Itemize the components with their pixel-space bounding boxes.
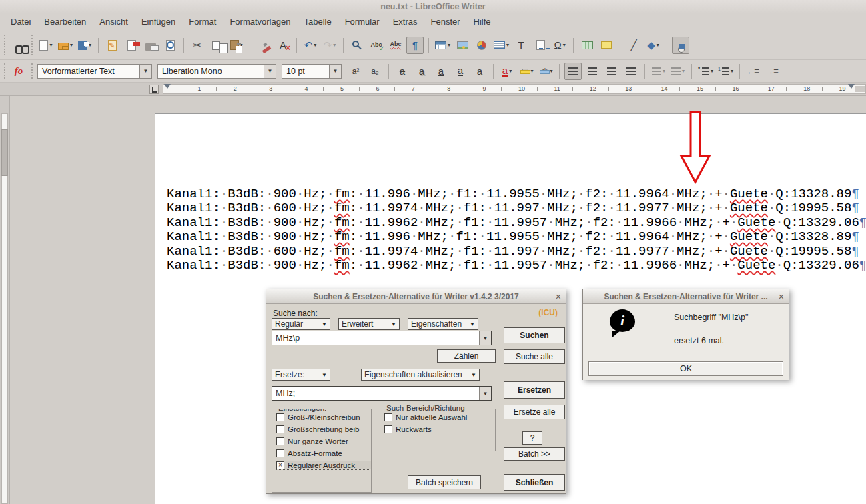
chevron-down-icon[interactable]: ▾ (333, 42, 336, 48)
close-button[interactable]: Schließen (504, 474, 565, 491)
numbered-list-icon[interactable]: ▾ (717, 63, 735, 80)
insert-text-icon[interactable]: T (512, 37, 530, 54)
chevron-down-icon[interactable]: ▼ (139, 65, 151, 78)
chevron-down-icon[interactable]: ▼ (479, 387, 491, 400)
chevron-down-icon[interactable]: ▾ (530, 68, 533, 74)
shadow-icon[interactable]: a (413, 63, 430, 80)
checkbox-gro-schreibung-beib[interactable]: Großschreibung beib (276, 425, 371, 433)
checkbox-nur-ganze-w-rter[interactable]: Nur ganze Wörter (276, 437, 371, 445)
checkbox-gro-kleinschreibun[interactable]: Groß-/Kleinschreibun (276, 413, 371, 421)
chevron-down-icon[interactable]: ▾ (731, 68, 733, 74)
insert-section-icon[interactable] (578, 37, 596, 54)
menu-tabelle[interactable]: Tabelle (297, 13, 338, 31)
special-character-icon[interactable]: Ω▾ (551, 37, 568, 54)
formatting-marks-icon[interactable]: ¶ (406, 37, 424, 54)
menu-ansicht[interactable]: Ansicht (93, 13, 135, 31)
print-icon[interactable] (142, 37, 159, 54)
increase-indent-icon[interactable]: ≡ (764, 63, 781, 80)
checkbox-nur-aktuelle-auswahl[interactable]: Nur aktuelle Auswahl (384, 413, 495, 421)
paste-icon[interactable]: ▾ (228, 37, 245, 54)
menu-formular[interactable]: Formular (338, 13, 386, 31)
paragraph-style-combo[interactable]: Vorformatierter Text ▼ (37, 64, 152, 79)
menu-format[interactable]: Format (182, 13, 223, 31)
count-button[interactable]: Zählen (437, 349, 496, 363)
extended-dropdown[interactable]: Erweitert ▼ (338, 318, 400, 330)
chevron-down-icon[interactable]: ▾ (711, 68, 713, 74)
update-properties-dropdown[interactable]: Eigenschaften aktualisieren ▼ (361, 369, 480, 381)
insert-table-icon[interactable]: ▾ (434, 37, 452, 54)
chevron-down-icon[interactable]: ▾ (663, 68, 665, 74)
spelling-icon[interactable]: Abc (368, 37, 385, 54)
strikethrough-icon[interactable]: a (394, 63, 411, 80)
menu-hilfe[interactable]: Hilfe (467, 13, 498, 31)
font-color-icon[interactable]: a▾ (498, 63, 516, 80)
superscript-icon[interactable]: a² (347, 63, 364, 80)
print-preview-icon[interactable] (161, 37, 179, 54)
overline-icon[interactable]: a (471, 63, 488, 80)
batch-save-button[interactable]: Batch speichern (408, 475, 481, 489)
replace-term-input[interactable]: MHz; ▼ (272, 386, 492, 401)
insert-textbox-icon[interactable]: ▾ (492, 37, 510, 54)
find-toolbar-binoculars-icon[interactable] (10, 37, 27, 54)
replace-dropdown[interactable]: Ersetze: ▼ (272, 369, 330, 381)
chevron-down-icon[interactable]: ▾ (49, 42, 52, 48)
chevron-down-icon[interactable]: ▾ (509, 68, 512, 74)
search-term-input[interactable]: MHz\p ▼ (272, 331, 492, 345)
checkbox-box[interactable]: × (276, 461, 284, 469)
insert-comment-icon[interactable] (598, 37, 615, 54)
basic-shapes-icon[interactable]: ◆▾ (644, 37, 662, 54)
close-icon[interactable]: × (779, 291, 784, 303)
open-icon[interactable]: ▾ (57, 37, 74, 54)
indent-marker-left[interactable] (164, 84, 171, 92)
align-center-icon[interactable] (584, 63, 601, 80)
document-text[interactable]: Kanal1:·B3dB:·900·Hz;·fm:·11.996·MHz;·f1… (155, 114, 866, 273)
save-icon[interactable]: ▾ (76, 37, 93, 54)
insert-line-icon[interactable]: ╱ (625, 37, 642, 54)
search-replace-dialog-titlebar[interactable]: Suchen & Ersetzen-Alternative für Writer… (266, 289, 566, 304)
underline-icon[interactable]: a (432, 63, 450, 80)
menu-formatvorlagen[interactable]: Formatvorlagen (223, 13, 297, 31)
checkbox-absatz-formate[interactable]: Absatz-Formate (276, 449, 371, 457)
chevron-down-icon[interactable]: ▾ (70, 42, 73, 48)
checkbox-box[interactable] (384, 413, 392, 421)
edit-mode-icon[interactable] (103, 37, 121, 54)
menu-einf-gen[interactable]: Einfügen (135, 13, 182, 31)
cut-icon[interactable]: ✂ (189, 37, 206, 54)
checkbox-regul-rer-ausdruck[interactable]: ×Regulärer Ausdruck (276, 461, 371, 469)
checkbox-r-ckw-rts[interactable]: Rückwärts (384, 425, 495, 433)
result-dialog-titlebar[interactable]: Suchen & Ersetzen-Alternative für Writer… (583, 289, 789, 304)
close-icon[interactable]: × (556, 291, 561, 303)
chevron-down-icon[interactable]: ▾ (657, 42, 659, 48)
replace-button[interactable]: Ersetzen (504, 381, 565, 399)
checkbox-box[interactable] (384, 425, 392, 433)
menu-fenster[interactable]: Fenster (424, 13, 467, 31)
chevron-down-icon[interactable]: ▾ (550, 68, 552, 74)
clone-formatting-icon[interactable] (255, 37, 272, 54)
search-alternative-macro-icon[interactable]: fo (10, 63, 27, 80)
checkbox-box[interactable] (276, 449, 284, 457)
insert-pagebreak-icon[interactable] (532, 37, 549, 54)
font-name-combo[interactable]: Liberation Mono ▼ (157, 64, 276, 79)
toolbar-handle[interactable] (4, 63, 7, 79)
properties-dropdown[interactable]: Eigenschaften ▼ (408, 318, 478, 330)
align-justify-icon[interactable] (622, 63, 640, 80)
align-right-icon[interactable] (603, 63, 620, 80)
font-size-combo[interactable]: 10 pt ▼ (282, 64, 342, 79)
tab-stop-selector[interactable] (149, 85, 159, 94)
regex-mode-dropdown[interactable]: Regulär ▼ (272, 318, 330, 330)
menu-datei[interactable]: Datei (4, 13, 37, 31)
menu-bearbeiten[interactable]: Bearbeiten (37, 13, 93, 31)
chevron-down-icon[interactable]: ▾ (563, 42, 566, 48)
replace-all-button[interactable]: Ersetze alle (504, 405, 565, 419)
menu-extras[interactable]: Extras (386, 13, 424, 31)
subscript-icon[interactable]: a₂ (366, 63, 384, 80)
toolbar-handle[interactable] (31, 35, 35, 55)
find-replace-icon[interactable] (348, 37, 366, 54)
help-button[interactable]: ? (522, 431, 542, 445)
toolbar-handle[interactable] (4, 35, 7, 55)
clear-formatting-icon[interactable]: A (274, 37, 292, 54)
character-background-icon[interactable]: ▾ (537, 63, 554, 80)
toolbar-handle[interactable] (31, 63, 35, 79)
search-all-button[interactable]: Suche alle (504, 349, 565, 364)
chevron-down-icon[interactable]: ▾ (314, 42, 316, 48)
